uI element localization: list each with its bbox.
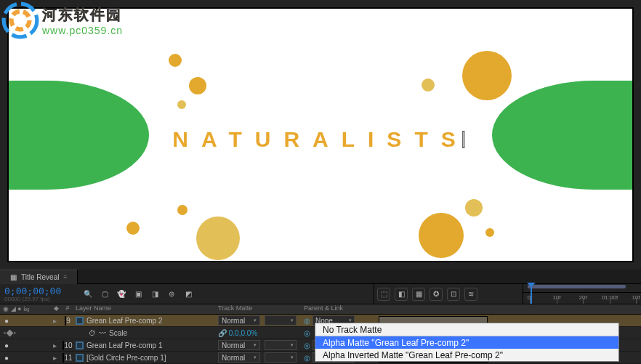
visibility-icon[interactable]: ● <box>3 354 10 362</box>
frame-info: 00000 (29.97 fps) <box>4 296 61 302</box>
comp-layer-icon <box>76 341 84 349</box>
layer-name[interactable]: Grean Leaf Pre-comp 1 <box>86 341 163 349</box>
track-matte-select[interactable]: ▾ <box>265 315 297 325</box>
ruler-tick-label: 10f <box>552 294 560 301</box>
render-icon[interactable]: ⬚ <box>377 288 390 301</box>
leaf-shape-left <box>7 81 149 190</box>
twirl-icon[interactable]: ▸ <box>53 317 57 325</box>
blend-mode-select[interactable]: Normal▾ <box>218 352 260 363</box>
label-color[interactable] <box>63 353 64 363</box>
composition-preview-wrap: NATURALISTS <box>0 0 641 270</box>
svg-point-1 <box>12 12 30 30</box>
track-matte-menu-item[interactable]: Alpha Inverted Matte "Grean Leaf Pre-com… <box>315 349 618 361</box>
layer-name[interactable]: [Gold Circle Pre-comp 1] <box>86 354 166 362</box>
label-color[interactable] <box>63 341 64 350</box>
col-parent-link[interactable]: Parent & Link <box>302 304 374 314</box>
gold-circle <box>189 77 206 94</box>
property-name: Scale <box>109 329 127 337</box>
ruler-tick-label: 01:00f <box>602 294 618 301</box>
constrain-icon[interactable]: 🔗 <box>218 329 227 337</box>
ruler-tick-label: 10f <box>632 294 640 301</box>
svg-rect-3 <box>77 318 82 323</box>
track-matte-menu-item[interactable]: Alpha Matte "Grean Leaf Pre-comp 2" <box>315 336 618 349</box>
twirl-icon[interactable]: ▸ <box>53 354 57 362</box>
frame-blend-icon[interactable]: ◨ <box>148 288 161 301</box>
effects-icon[interactable]: ✪ <box>430 288 443 301</box>
visibility-icon[interactable]: ● <box>3 317 10 325</box>
title-text: NATURALISTS <box>172 127 468 152</box>
blend-mode-select[interactable]: Normal▾ <box>218 315 260 325</box>
col-layer-name[interactable]: Layer Name <box>74 304 218 314</box>
chevron-down-icon: ▾ <box>291 355 294 360</box>
track-matte-menu: No Track MatteAlpha Matte "Grean Leaf Pr… <box>315 323 619 362</box>
gold-circle <box>485 228 494 237</box>
svg-rect-5 <box>77 343 82 348</box>
layer-styles-icon[interactable]: ≋ <box>464 288 477 301</box>
chevron-down-icon: ▾ <box>291 342 294 348</box>
timeline-header: 0;00;00;00 00000 (29.97 fps) 🔍 ▢ 👻 ▣ ◨ ⊚… <box>0 284 641 304</box>
ruler-tick-label: 20f <box>578 294 586 301</box>
layer-index: 11 <box>61 354 74 362</box>
label-color[interactable] <box>65 316 66 325</box>
comp-layer-icon <box>76 354 84 362</box>
draft3d-icon[interactable]: ▣ <box>132 288 145 301</box>
pickwhip-icon[interactable]: ◎ <box>304 317 310 325</box>
work-area-bar[interactable] <box>528 285 626 288</box>
watermark: 河东软件园 www.pc0359.cn <box>1 1 123 39</box>
composition-preview[interactable]: NATURALISTS <box>7 7 634 262</box>
track-matte-select[interactable]: ▾ <box>265 340 297 350</box>
watermark-url: www.pc0359.cn <box>42 25 123 36</box>
comp-layer-icon <box>76 317 84 325</box>
motion-blur-icon[interactable]: ⊚ <box>165 288 178 301</box>
watermark-title: 河东软件园 <box>42 5 123 25</box>
gold-circle <box>177 205 188 215</box>
chevron-down-icon: ▾ <box>254 318 257 323</box>
svg-point-0 <box>4 4 37 37</box>
graph-editor-icon[interactable]: ◩ <box>182 288 195 301</box>
col-number[interactable]: # <box>61 304 74 314</box>
time-ruler-area[interactable]: 0f10f20f01:00f10f <box>523 284 641 304</box>
adjust-icon[interactable]: ◧ <box>395 288 408 301</box>
track-matte-menu-item[interactable]: No Track Matte <box>315 323 618 336</box>
layer-index: 9 <box>61 317 74 325</box>
current-timecode[interactable]: 0;00;00;00 <box>4 286 61 296</box>
blend-mode-select[interactable]: Normal▾ <box>218 340 260 350</box>
col-label[interactable]: ◆ <box>51 304 61 314</box>
scale-value[interactable]: 0.0,0.0% <box>229 329 257 337</box>
gold-circle <box>196 217 240 260</box>
tab-menu-icon[interactable]: ≡ <box>63 274 67 280</box>
timeline-header-mid: ⬚ ◧ ▦ ✪ ⊡ ≋ <box>374 284 523 304</box>
search-icon[interactable]: 🔍 <box>81 288 94 301</box>
add-keyframe-icon[interactable] <box>7 329 14 336</box>
collapse-icon[interactable]: ▦ <box>412 288 425 301</box>
watermark-logo-icon <box>1 1 39 39</box>
track-matte-select[interactable]: ▾ <box>265 352 297 363</box>
gold-circle <box>126 222 140 235</box>
layer-index: 10 <box>61 341 74 349</box>
svg-rect-7 <box>77 355 82 360</box>
visibility-icon[interactable]: ● <box>3 341 10 349</box>
timeline-tabs: ▦ Title Reveal ≡ <box>0 270 641 284</box>
stopwatch-icon[interactable]: ⏱ <box>89 329 96 337</box>
timeline-tab[interactable]: ▦ Title Reveal ≡ <box>0 270 78 284</box>
twirl-icon[interactable]: ▸ <box>53 341 57 349</box>
current-time-indicator[interactable] <box>531 284 532 304</box>
pickwhip-icon[interactable]: ◎ <box>304 329 310 337</box>
col-track-matte[interactable]: Track Matte <box>218 304 302 314</box>
flow-icon: ▦ <box>10 273 17 281</box>
time-ruler[interactable]: 0f10f20f01:00f10f <box>523 292 641 304</box>
leaf-shape-right <box>492 81 634 190</box>
column-header: ◉ ◢ ● ㏒ ◆ # Layer Name Track Matte Paren… <box>0 304 641 315</box>
graph-icon[interactable]: 〰 <box>99 329 106 337</box>
pickwhip-icon[interactable]: ◎ <box>304 354 310 362</box>
composition-mini-icon[interactable]: ▢ <box>98 288 111 301</box>
col-av-switches[interactable]: ◉ ◢ ● ㏒ <box>0 304 42 314</box>
next-keyframe-icon[interactable]: ▸ <box>14 330 17 336</box>
gold-circle <box>462 51 512 100</box>
chevron-down-icon: ▾ <box>254 355 257 360</box>
shy-layers-icon[interactable]: 👻 <box>115 288 128 301</box>
chevron-down-icon: ▾ <box>291 318 294 323</box>
layer-name[interactable]: Grean Leaf Pre-comp 2 <box>86 317 163 325</box>
expression-icon[interactable]: ⊡ <box>447 288 460 301</box>
pickwhip-icon[interactable]: ◎ <box>304 341 310 349</box>
